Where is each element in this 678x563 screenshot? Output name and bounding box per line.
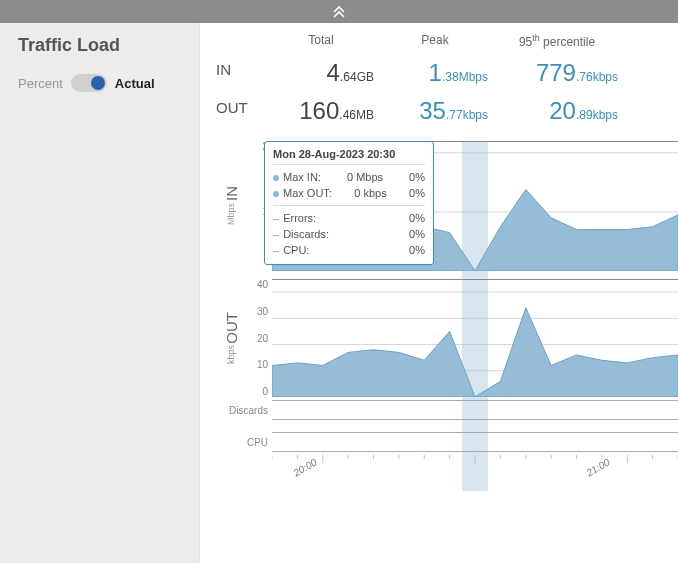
row-in: IN xyxy=(200,55,264,93)
out-95pct: 20.89kbps xyxy=(492,93,622,131)
chevron-up-double-icon xyxy=(332,6,346,18)
tooltip-title: Mon 28-Aug-2023 20:30 xyxy=(273,148,425,160)
in-95pct: 779.76kbps xyxy=(492,55,622,93)
chart-tooltip: Mon 28-Aug-2023 20:30 Max IN:0 Mbps0% Ma… xyxy=(264,141,434,265)
stats-table: Total Peak 95th percentile IN 4.64GB 1.3… xyxy=(200,29,678,131)
in-chart-label: IN xyxy=(223,186,240,201)
toggle-label-percent: Percent xyxy=(18,76,63,91)
col-percentile: 95th percentile xyxy=(492,29,622,55)
row-out: OUT xyxy=(200,93,264,131)
out-chart-label: OUT xyxy=(223,312,240,344)
x-axis: 20:0021:00 xyxy=(272,455,678,491)
collapse-bar[interactable] xyxy=(0,0,678,23)
chart-cpu[interactable]: CPU xyxy=(216,429,678,455)
panel-title: Traffic Load xyxy=(18,35,181,56)
col-total: Total xyxy=(264,29,378,55)
in-peak: 1.38Mbps xyxy=(378,55,492,93)
content-area: Total Peak 95th percentile IN 4.64GB 1.3… xyxy=(200,23,678,563)
sidebar: Traffic Load Percent Actual xyxy=(0,23,200,563)
percent-actual-toggle[interactable] xyxy=(71,74,107,92)
out-peak: 35.77kbps xyxy=(378,93,492,131)
chart-out[interactable]: OUTkbps 403020100 xyxy=(216,279,678,397)
in-total: 4.64GB xyxy=(264,55,378,93)
toggle-label-actual: Actual xyxy=(115,76,155,91)
out-total: 160.46MB xyxy=(264,93,378,131)
out-chart-plot xyxy=(272,279,678,397)
col-peak: Peak xyxy=(378,29,492,55)
chart-discards[interactable]: Discards xyxy=(216,397,678,423)
